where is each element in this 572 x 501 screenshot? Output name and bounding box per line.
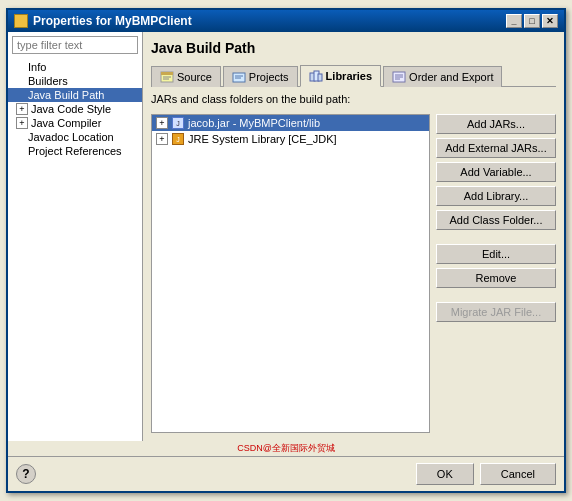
bottom-bar: ? OK Cancel <box>8 456 564 491</box>
add-library-button[interactable]: Add Library... <box>436 186 556 206</box>
tab-libraries[interactable]: Libraries <box>300 65 381 87</box>
tree-area: Info Builders Java Build Path + Java Cod… <box>8 58 142 441</box>
list-item-jacob-jar-label: jacob.jar - MyBMPClient/lib <box>188 117 320 129</box>
help-button[interactable]: ? <box>16 464 36 484</box>
minimize-button[interactable]: _ <box>506 14 522 28</box>
right-panel: Java Build Path Source <box>143 32 564 441</box>
tab-libraries-label: Libraries <box>326 70 372 82</box>
window-title: Properties for MyBMPClient <box>33 14 192 28</box>
close-button[interactable]: ✕ <box>542 14 558 28</box>
expand-jre-library-icon: + <box>156 133 168 145</box>
section-title: Java Build Path <box>151 40 556 56</box>
order-export-tab-icon <box>392 70 406 84</box>
list-item-jacob-jar[interactable]: + J jacob.jar - MyBMPClient/lib <box>152 115 429 131</box>
buttons-column: Add JARs... Add External JARs... Add Var… <box>436 114 556 433</box>
ok-button[interactable]: OK <box>416 463 474 485</box>
jar-icon: J <box>172 117 184 129</box>
sidebar-item-java-compiler[interactable]: + Java Compiler <box>8 116 142 130</box>
list-item-jre-library[interactable]: + J JRE System Library [CE_JDK] <box>152 131 429 147</box>
tab-source-label: Source <box>177 71 212 83</box>
projects-tab-icon <box>232 70 246 84</box>
tab-projects-label: Projects <box>249 71 289 83</box>
add-external-jars-button[interactable]: Add External JARs... <box>436 138 556 158</box>
sidebar-item-info[interactable]: Info <box>8 60 142 74</box>
source-tab-icon <box>160 70 174 84</box>
sidebar-item-project-references-label: Project References <box>28 145 122 157</box>
sidebar-item-java-build-path-label: Java Build Path <box>28 89 104 101</box>
sidebar-item-java-build-path[interactable]: Java Build Path <box>8 88 142 102</box>
main-content: + J jacob.jar - MyBMPClient/lib + J JRE … <box>151 114 556 433</box>
maximize-button[interactable]: □ <box>524 14 540 28</box>
svg-rect-9 <box>318 74 322 81</box>
window-icon <box>14 14 28 28</box>
tab-source[interactable]: Source <box>151 66 221 87</box>
properties-window: Properties for MyBMPClient _ □ ✕ Info Bu… <box>6 8 566 493</box>
sidebar-item-java-code-style-label: Java Code Style <box>31 103 111 115</box>
button-spacer-2 <box>436 292 556 298</box>
expand-icon-java-code-style: + <box>16 103 28 115</box>
list-item-jre-library-label: JRE System Library [CE_JDK] <box>188 133 337 145</box>
title-bar-controls: _ □ ✕ <box>506 14 558 28</box>
jre-icon: J <box>172 133 184 145</box>
content-area: Info Builders Java Build Path + Java Cod… <box>8 32 564 441</box>
add-variable-button[interactable]: Add Variable... <box>436 162 556 182</box>
edit-button[interactable]: Edit... <box>436 244 556 264</box>
sidebar-item-info-label: Info <box>28 61 46 73</box>
bottom-buttons: OK Cancel <box>416 463 556 485</box>
tabs-row: Source Projects <box>151 64 556 87</box>
watermark: CSDN@全新国际外贸城 <box>8 441 564 456</box>
sidebar-item-builders-label: Builders <box>28 75 68 87</box>
libraries-tab-icon <box>309 69 323 83</box>
sidebar-item-project-references[interactable]: Project References <box>8 144 142 158</box>
expand-jacob-jar-icon: + <box>156 117 168 129</box>
sidebar-item-java-code-style[interactable]: + Java Code Style <box>8 102 142 116</box>
cancel-button[interactable]: Cancel <box>480 463 556 485</box>
filter-input[interactable] <box>12 36 138 54</box>
add-class-folder-button[interactable]: Add Class Folder... <box>436 210 556 230</box>
remove-button[interactable]: Remove <box>436 268 556 288</box>
tab-order-export-label: Order and Export <box>409 71 493 83</box>
library-list[interactable]: + J jacob.jar - MyBMPClient/lib + J JRE … <box>151 114 430 433</box>
button-spacer-1 <box>436 234 556 240</box>
title-bar: Properties for MyBMPClient _ □ ✕ <box>8 10 564 32</box>
left-panel: Info Builders Java Build Path + Java Cod… <box>8 32 143 441</box>
migrate-jar-button[interactable]: Migrate JAR File... <box>436 302 556 322</box>
tab-projects[interactable]: Projects <box>223 66 298 87</box>
expand-icon-java-compiler: + <box>16 117 28 129</box>
svg-rect-1 <box>161 72 173 75</box>
add-jars-button[interactable]: Add JARs... <box>436 114 556 134</box>
sidebar-item-javadoc-location-label: Javadoc Location <box>28 131 114 143</box>
sidebar-item-builders[interactable]: Builders <box>8 74 142 88</box>
list-label: JARs and class folders on the build path… <box>151 93 556 105</box>
tab-order-export[interactable]: Order and Export <box>383 66 502 87</box>
sidebar-item-javadoc-location[interactable]: Javadoc Location <box>8 130 142 144</box>
sidebar-item-java-compiler-label: Java Compiler <box>31 117 101 129</box>
title-bar-text: Properties for MyBMPClient <box>14 14 192 28</box>
